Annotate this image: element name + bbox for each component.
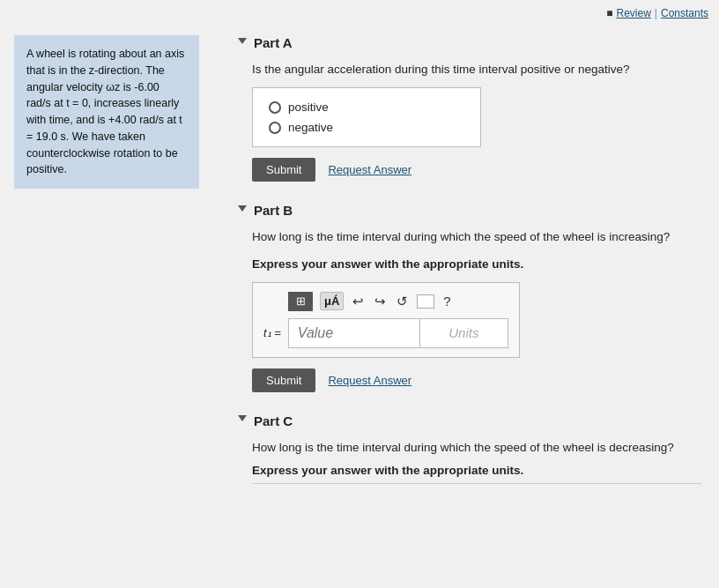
radio-positive-label: positive: [288, 100, 329, 114]
part-a-body: Is the angular acceleration during this …: [252, 61, 701, 182]
part-a-header[interactable]: Part A: [238, 35, 701, 50]
radio-positive[interactable]: positive: [269, 100, 464, 114]
value-input[interactable]: [288, 318, 420, 348]
part-a-question: Is the angular acceleration during this …: [252, 61, 701, 78]
arrow-right-icon[interactable]: ↪: [373, 292, 388, 311]
constants-link[interactable]: Constants: [661, 7, 708, 19]
part-b-subtext: Express your answer with the appropriate…: [252, 256, 701, 273]
part-c-section: Part C How long is the time interval dur…: [238, 413, 701, 485]
mu-button[interactable]: μÁ: [320, 292, 344, 310]
radio-negative-label: negative: [288, 121, 333, 134]
question-icon[interactable]: ?: [441, 292, 452, 310]
book-icon: ■: [606, 7, 612, 19]
part-b-toolbar: ⊞ μÁ ↩ ↪ ↺ ?: [288, 292, 508, 311]
review-link[interactable]: Review: [616, 7, 650, 19]
part-a-section: Part A Is the angular acceleration durin…: [238, 35, 701, 182]
problem-text: A wheel is rotating about an axis that i…: [26, 48, 184, 175]
part-b-question: How long is the time interval during whi…: [252, 228, 701, 246]
part-a-radio-group: positive negative: [252, 87, 481, 147]
part-a-submit-button[interactable]: Submit: [252, 158, 315, 182]
part-b-submit-button[interactable]: Submit: [252, 368, 315, 392]
main-content: Part A Is the angular acceleration durin…: [229, 26, 719, 523]
part-a-submit-row: Submit Request Answer: [252, 158, 701, 182]
top-bar: ■ Review | Constants: [606, 7, 708, 19]
radio-negative[interactable]: negative: [269, 121, 464, 134]
radio-positive-circle[interactable]: [269, 101, 281, 114]
part-b-submit-row: Submit Request Answer: [252, 368, 701, 392]
part-c-question: How long is the time interval during whi…: [252, 439, 701, 457]
part-c-body: How long is the time interval during whi…: [252, 439, 701, 485]
rect-icon[interactable]: [417, 294, 434, 309]
part-b-label: Part B: [254, 203, 293, 218]
separator: |: [655, 7, 657, 19]
part-b-header[interactable]: Part B: [238, 203, 701, 218]
part-c-label: Part C: [254, 413, 293, 428]
part-a-collapse-icon[interactable]: [238, 38, 247, 48]
part-a-label: Part A: [254, 35, 293, 50]
part-c-collapse-icon[interactable]: [238, 415, 247, 426]
part-a-request-link[interactable]: Request Answer: [328, 163, 411, 176]
units-box[interactable]: Units: [420, 318, 508, 348]
problem-description: A wheel is rotating about an axis that i…: [14, 35, 199, 189]
radio-negative-circle[interactable]: [269, 122, 281, 134]
matrix-icon[interactable]: ⊞: [288, 292, 313, 311]
part-b-input-area: ⊞ μÁ ↩ ↪ ↺ ? t₁ = Units: [252, 282, 520, 358]
part-b-collapse-icon[interactable]: [238, 205, 247, 216]
part-b-field-row: t₁ = Units: [263, 318, 508, 348]
field-label-t1: t₁ =: [263, 326, 281, 339]
part-b-body: How long is the time interval during whi…: [252, 228, 701, 392]
refresh-icon[interactable]: ↺: [395, 292, 410, 311]
part-b-request-link[interactable]: Request Answer: [328, 374, 411, 387]
part-b-section: Part B How long is the time interval dur…: [238, 203, 701, 392]
arrow-left-icon[interactable]: ↩: [351, 292, 366, 311]
part-c-subtext: Express your answer with the appropriate…: [252, 462, 701, 484]
part-c-header[interactable]: Part C: [238, 413, 701, 428]
